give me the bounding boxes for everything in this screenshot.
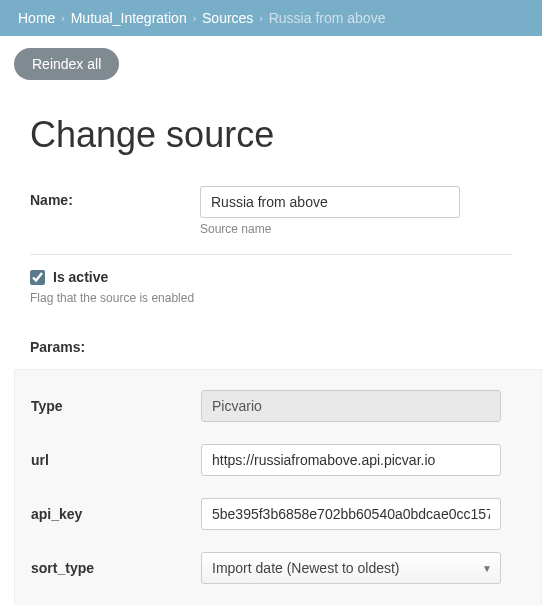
chevron-right-icon: › <box>259 13 262 24</box>
param-url: url <box>31 444 525 476</box>
breadcrumb-home[interactable]: Home <box>18 10 55 26</box>
page-title: Change source <box>30 114 512 156</box>
api-key-input[interactable] <box>201 498 501 530</box>
param-api-key: api_key <box>31 498 525 530</box>
is-active-help-text: Flag that the source is enabled <box>30 291 512 305</box>
divider <box>30 254 512 255</box>
field-is-active: Is active <box>30 269 512 285</box>
type-input <box>201 390 501 422</box>
name-input[interactable] <box>200 186 460 218</box>
param-type: Type <box>31 390 525 422</box>
sort-type-label: sort_type <box>31 560 201 576</box>
type-label: Type <box>31 398 201 414</box>
breadcrumb-sources[interactable]: Sources <box>202 10 253 26</box>
sort-type-selected: Import date (Newest to oldest) <box>201 552 501 584</box>
sort-type-select[interactable]: Import date (Newest to oldest) ▼ <box>201 552 501 584</box>
name-help-text: Source name <box>200 222 512 236</box>
breadcrumb-current: Russia from above <box>269 10 386 26</box>
is-active-checkbox[interactable] <box>30 270 45 285</box>
chevron-right-icon: › <box>193 13 196 24</box>
params-panel: Type url api_key sort_type Import date (… <box>14 369 542 605</box>
toolbar: Reindex all <box>0 36 542 92</box>
chevron-right-icon: › <box>61 13 64 24</box>
reindex-all-button[interactable]: Reindex all <box>14 48 119 80</box>
api-key-label: api_key <box>31 506 201 522</box>
breadcrumb-integration[interactable]: Mutual_Integration <box>71 10 187 26</box>
url-label: url <box>31 452 201 468</box>
params-section-title: Params: <box>30 339 512 355</box>
main-content: Change source Name: Source name Is activ… <box>0 92 542 605</box>
field-name: Name: Source name <box>30 186 512 236</box>
is-active-label: Is active <box>53 269 108 285</box>
param-sort-type: sort_type Import date (Newest to oldest)… <box>31 552 525 584</box>
breadcrumb: Home › Mutual_Integration › Sources › Ru… <box>0 0 542 36</box>
name-label: Name: <box>30 186 200 208</box>
url-input[interactable] <box>201 444 501 476</box>
